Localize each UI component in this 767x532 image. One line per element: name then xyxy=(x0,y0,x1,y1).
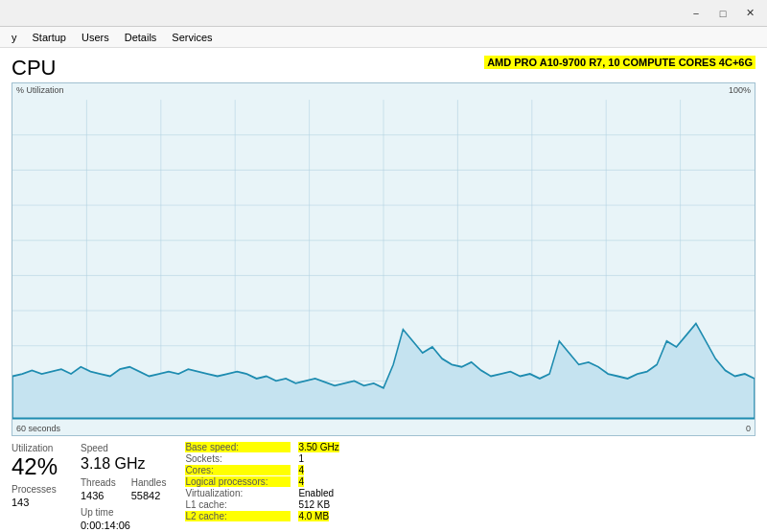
chart-svg xyxy=(12,83,755,435)
processes-label: Processes xyxy=(12,483,57,496)
logical-processors-row: Logical processors: 4 xyxy=(185,476,338,487)
logical-processors-value: 4 xyxy=(298,476,304,487)
speed-label: Speed xyxy=(81,442,166,454)
threads-handles-row: Threads 1436 Handles 55842 xyxy=(81,476,166,502)
menu-item-file[interactable]: y xyxy=(4,30,25,45)
menu-bar: y Startup Users Details Services xyxy=(0,27,767,48)
uptime-label: Up time xyxy=(81,506,166,519)
utilization-col: Utilization 42% Processes 143 xyxy=(12,442,69,528)
page-title: CPU xyxy=(12,56,56,81)
stats-section: Utilization 42% Processes 143 Speed 3.18… xyxy=(12,442,755,528)
sockets-label: Sockets: xyxy=(185,453,291,464)
cpu-chart: % Utilization 100% 60 seconds 0 xyxy=(12,82,755,436)
handles-label: Handles xyxy=(131,476,167,489)
logical-processors-label: Logical processors: xyxy=(185,476,291,487)
menu-item-users[interactable]: Users xyxy=(74,30,117,45)
l2-cache-value: 4.0 MB xyxy=(298,511,329,521)
virtualization-label: Virtualization: xyxy=(185,488,291,498)
threads-value: 1436 xyxy=(81,489,116,502)
base-speed-row: Base speed: 3.50 GHz xyxy=(185,442,338,452)
close-button[interactable]: ✕ xyxy=(736,4,763,23)
sockets-value: 1 xyxy=(298,453,304,464)
cores-row: Cores: 4 xyxy=(185,465,338,475)
base-speed-label: Base speed: xyxy=(185,442,291,452)
handles-item: Handles 55842 xyxy=(131,476,167,502)
process-stats-row: Processes 143 xyxy=(12,483,69,509)
minimize-button[interactable]: − xyxy=(683,4,709,23)
processes-item: Processes 143 xyxy=(12,483,57,509)
uptime-section: Up time 0:00:14:06 xyxy=(81,506,166,532)
l1-cache-value: 512 KB xyxy=(298,499,330,510)
processes-value: 143 xyxy=(12,496,57,509)
menu-item-startup[interactable]: Startup xyxy=(25,30,74,45)
speed-value: 3.18 GHz xyxy=(81,454,166,473)
virtualization-value: Enabled xyxy=(298,488,334,498)
cpu-model-label: AMD PRO A10-9700 R7, 10 COMPUTE CORES 4C… xyxy=(484,56,755,69)
threads-label: Threads xyxy=(81,476,116,489)
cores-label: Cores: xyxy=(185,465,291,475)
l1-cache-label: L1 cache: xyxy=(185,499,291,510)
l1-cache-row: L1 cache: 512 KB xyxy=(185,499,338,510)
menu-item-services[interactable]: Services xyxy=(164,30,220,45)
menu-item-details[interactable]: Details xyxy=(117,30,165,45)
virtualization-row: Virtualization: Enabled xyxy=(185,488,338,498)
sockets-row: Sockets: 1 xyxy=(185,453,338,464)
maximize-button[interactable]: □ xyxy=(709,4,736,23)
cpu-header: CPU AMD PRO A10-9700 R7, 10 COMPUTE CORE… xyxy=(12,56,755,81)
handles-value: 55842 xyxy=(131,489,167,502)
base-speed-value: 3.50 GHz xyxy=(298,442,338,452)
utilization-value: 42% xyxy=(12,454,69,479)
threads-item: Threads 1436 xyxy=(81,476,116,502)
uptime-value: 0:00:14:06 xyxy=(81,519,166,532)
details-col: Base speed: 3.50 GHz Sockets: 1 Cores: 4… xyxy=(185,442,338,528)
speed-col: Speed 3.18 GHz Threads 1436 Handles 5584… xyxy=(81,442,166,528)
main-content: CPU AMD PRO A10-9700 R7, 10 COMPUTE CORE… xyxy=(0,48,767,532)
l2-cache-row: L2 cache: 4.0 MB xyxy=(185,511,338,521)
title-bar: − □ ✕ xyxy=(0,0,767,27)
cores-value: 4 xyxy=(298,465,304,475)
l2-cache-label: L2 cache: xyxy=(185,511,291,521)
